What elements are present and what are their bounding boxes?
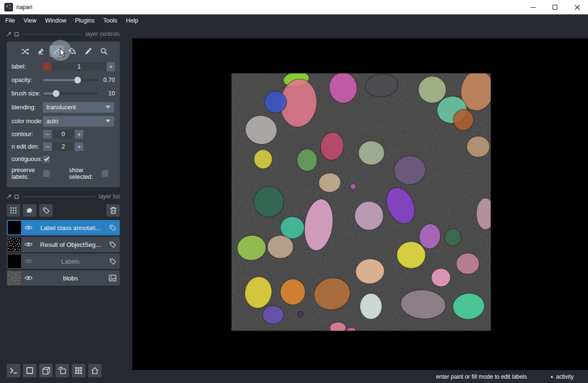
window-title: napari (16, 4, 32, 11)
napari-logo-icon (4, 3, 13, 12)
activity-label: activity (556, 373, 574, 380)
menu-bar: FileViewWindowPluginsToolsHelp (0, 14, 588, 26)
new-points-layer-button[interactable] (7, 204, 20, 217)
label-field-label: label: (12, 63, 43, 70)
minimize-button[interactable] (522, 0, 544, 14)
n-edit-dim-value-input[interactable]: 2 (53, 142, 74, 151)
viewer-canvas[interactable] (132, 38, 588, 370)
menu-window[interactable]: Window (41, 16, 70, 25)
chevron-down-icon (105, 119, 111, 123)
toggle-ndisplay-button[interactable] (23, 364, 36, 377)
dock-hide-icon[interactable] (14, 32, 19, 36)
show-selected-checkbox[interactable] (102, 170, 108, 177)
visibility-eye-icon[interactable] (23, 242, 34, 247)
delete-layer-button[interactable] (106, 204, 120, 217)
viewer-area: enter paint or fill mode to edit labels … (132, 26, 588, 383)
shuffle-colors-tool-button[interactable] (18, 46, 32, 57)
tag-icon (107, 241, 118, 248)
label-value-input[interactable]: 1 (52, 62, 106, 71)
close-button[interactable] (566, 0, 588, 14)
dock-hide-icon[interactable] (14, 195, 19, 199)
layer-row-labels[interactable]: Labels (7, 254, 120, 269)
sidebar: layer controls label: 1 + opacity: 0.70 (0, 26, 132, 383)
layer-row-label-class-annotati[interactable]: Label class annotati... (7, 220, 120, 235)
collapse-arrow-icon: ▲ (550, 375, 553, 379)
picker-icon (84, 47, 92, 55)
brush-icon (53, 47, 60, 55)
layer-list-title: layer list (99, 193, 120, 200)
status-message: enter paint or fill mode to edit labels (436, 373, 527, 380)
label-color-swatch[interactable] (43, 63, 51, 70)
label-increase-button[interactable]: + (107, 62, 115, 71)
visibility-eye-icon[interactable] (23, 258, 34, 264)
home-button[interactable] (88, 364, 102, 377)
dock-float-icon[interactable] (7, 32, 11, 36)
contour-increase-button[interactable]: + (75, 130, 83, 139)
visibility-eye-icon[interactable] (23, 225, 34, 231)
dock-float-icon[interactable] (7, 195, 11, 199)
layer-controls-panel: label: 1 + opacity: 0.70 brush size: (7, 42, 120, 187)
roll-dimensions-button[interactable] (39, 364, 53, 377)
opacity-slider-handle[interactable] (74, 77, 81, 83)
zoom-tool-button[interactable] (97, 46, 111, 57)
brush-size-row: brush size: 10 (11, 87, 116, 100)
color-mode-row: color mode: auto (11, 114, 116, 128)
preserve-labels-label: preserve labels: (12, 167, 43, 181)
grid-icon (75, 367, 82, 374)
layer-thumbnail (8, 255, 21, 268)
new-labels-layer-button[interactable] (39, 204, 53, 217)
zoom-icon (100, 47, 108, 55)
menu-plugins[interactable]: Plugins (71, 16, 99, 25)
color-mode-dropdown[interactable]: auto (43, 116, 114, 127)
maximize-button[interactable] (544, 0, 566, 14)
layer-row-blobs[interactable]: blobs (7, 270, 120, 286)
layer-row-result-of-objectseg[interactable]: Result of ObjectSeg... (7, 237, 120, 252)
paintbrush-tool-button[interactable] (49, 46, 64, 57)
contour-row: contour: − 0 + (11, 128, 116, 140)
header-divider (22, 197, 95, 197)
fill-bucket-tool-button[interactable] (65, 46, 80, 57)
visibility-eye-icon[interactable] (23, 275, 34, 281)
brush-size-slider-handle[interactable] (53, 90, 59, 97)
blending-row: blending: translucent (11, 100, 116, 114)
contour-decrease-button[interactable]: − (43, 130, 52, 139)
menu-file[interactable]: File (1, 16, 19, 25)
layer-controls-title: layer controls (86, 31, 120, 37)
activity-toggle-button[interactable]: ▲ activity (550, 373, 574, 380)
n-edit-dim-label: n edit dim: (12, 143, 43, 150)
status-bar: enter paint or fill mode to edit labels … (132, 370, 588, 383)
brush-size-slider[interactable] (43, 90, 98, 97)
new-shapes-layer-button[interactable] (23, 204, 36, 217)
n-edit-dim-increase-button[interactable]: + (75, 142, 83, 151)
opacity-label: opacity: (12, 77, 43, 83)
menu-help[interactable]: Help (122, 16, 143, 25)
grid-view-button[interactable] (72, 364, 85, 377)
cube-icon (42, 367, 50, 375)
contiguous-label: contiguous: (12, 156, 43, 162)
contour-value-input[interactable]: 0 (53, 130, 74, 139)
home-icon (91, 367, 99, 374)
preserve-labels-checkbox[interactable] (43, 170, 50, 177)
contour-label: contour: (12, 131, 43, 138)
layer-list-toolbar (7, 204, 120, 217)
eraser-tool-button[interactable] (34, 46, 48, 57)
opacity-slider[interactable] (43, 76, 98, 84)
contiguous-row: contiguous: (11, 153, 116, 165)
tool-row (11, 46, 116, 57)
transpose-dimensions-button[interactable] (56, 364, 69, 377)
menu-tools[interactable]: Tools (99, 16, 122, 25)
opacity-row: opacity: 0.70 (11, 73, 116, 87)
window-controls (522, 0, 588, 14)
console-button[interactable] (7, 364, 20, 377)
blending-dropdown[interactable]: translucent (43, 102, 114, 113)
square-icon (26, 367, 34, 374)
contiguous-checkbox[interactable] (43, 156, 50, 162)
image-icon (107, 275, 118, 281)
preserve-show-row: preserve labels: show selected: (11, 165, 116, 182)
transpose-icon (58, 367, 66, 374)
label-row: label: 1 + (11, 60, 116, 73)
n-edit-dim-decrease-button[interactable]: − (43, 142, 52, 151)
menu-view[interactable]: View (19, 16, 41, 25)
eraser-icon (37, 47, 45, 55)
color-picker-tool-button[interactable] (81, 46, 95, 57)
